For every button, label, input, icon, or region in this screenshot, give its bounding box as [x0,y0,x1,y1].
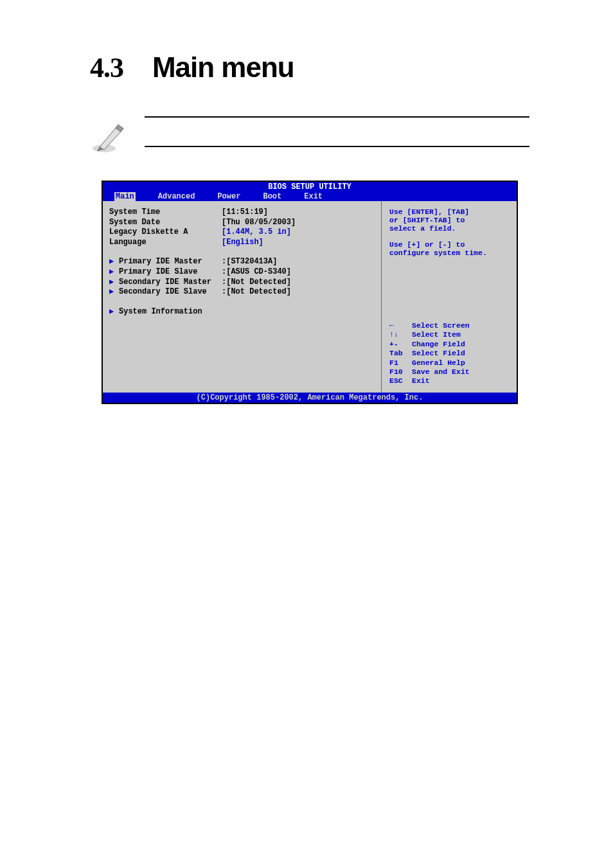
nav-label: General Help [412,359,465,368]
label-primary-ide-slave: Primary IDE Slave [119,267,222,278]
nav-label: Select Screen [412,321,470,330]
bios-title: BIOS SETUP UTILITY [103,182,517,192]
nav-select-screen: ← Select Screen [389,321,510,330]
section-heading: 4.3 Main menu [90,51,529,84]
setting-system-time[interactable]: System Time [11:51:19] [109,208,375,218]
setting-system-information[interactable]: ▶ System Information [109,307,375,317]
bios-screenshot: BIOS SETUP UTILITY Main Advanced Power B… [102,181,518,404]
nav-key: Tab [389,349,412,358]
nav-key: F10 [389,368,412,376]
menu-advanced[interactable]: Advanced [158,192,195,201]
value-legacy-diskette: [1.44M, 3.5 in] [222,227,291,238]
nav-general-help: F1 General Help [389,359,510,368]
submenu-arrow-icon: ▶ [109,267,119,278]
label-secondary-ide-slave: Secondary IDE Slave [119,287,222,297]
note-row [90,116,529,155]
setting-primary-ide-slave[interactable]: ▶ Primary IDE Slave :[ASUS CD-S340] [109,267,375,278]
left-arrow-icon: ← [389,321,412,330]
bios-body: System Time [11:51:19] System Date [Thu … [103,201,517,393]
nav-key: F1 [389,359,412,368]
value-system-date: [Thu 08/05/2003] [222,218,296,228]
setting-language[interactable]: Language [English] [109,238,375,248]
setting-secondary-ide-master[interactable]: ▶ Secondary IDE Master :[Not Detected] [109,278,375,288]
setting-legacy-diskette[interactable]: Legacy Diskette A [1.44M, 3.5 in] [109,227,375,238]
nav-key: ESC [389,376,412,385]
nav-label: Exit [412,376,430,385]
value-language: [English] [222,238,263,248]
menu-main[interactable]: Main [114,192,136,201]
label-language: Language [109,238,222,248]
nav-label: Save and Exit [412,368,470,376]
nav-select-field: Tab Select Field [389,349,510,358]
value-secondary-ide-slave: :[Not Detected] [222,287,291,297]
label-system-time: System Time [109,208,222,218]
label-secondary-ide-master: Secondary IDE Master [119,278,222,288]
label-system-date: System Date [109,218,222,228]
nav-key: +- [389,340,412,349]
help-line: Use [ENTER], [TAB] [389,208,510,216]
updown-arrow-icon: ↑↓ [389,330,412,339]
value-secondary-ide-master: :[Not Detected] [222,278,291,288]
setting-primary-ide-master[interactable]: ▶ Primary IDE Master :[ST320413A] [109,257,375,267]
submenu-arrow-icon: ▶ [109,287,119,297]
section-title: Main menu [152,51,294,83]
bios-menu-bar: Main Advanced Power Boot Exit [103,192,517,201]
help-line: select a field. [389,224,510,233]
help-line: or [SHIFT-TAB] to [389,216,510,224]
value-primary-ide-master: :[ST320413A] [222,257,277,267]
nav-save-exit: F10 Save and Exit [389,368,510,376]
menu-boot[interactable]: Boot [263,192,281,201]
nav-exit: ESC Exit [389,376,510,385]
setting-secondary-ide-slave[interactable]: ▶ Secondary IDE Slave :[Not Detected] [109,287,375,297]
nav-label: Change Field [412,340,465,349]
nav-help-block: ← Select Screen ↑↓ Select Item +- Change… [389,321,510,386]
value-primary-ide-slave: :[ASUS CD-S340] [222,267,291,278]
label-legacy-diskette: Legacy Diskette A [109,227,222,238]
bios-copyright: (C)Copyright 1985-2002, American Megatre… [103,393,517,403]
nav-label: Select Field [412,349,465,358]
menu-power[interactable]: Power [217,192,240,201]
label-primary-ide-master: Primary IDE Master [119,257,222,267]
menu-exit[interactable]: Exit [304,192,323,201]
value-system-time: [11:51:19] [222,208,268,218]
setting-system-date[interactable]: System Date [Thu 08/05/2003] [109,218,375,228]
submenu-arrow-icon: ▶ [109,307,119,317]
note-lines [145,116,529,147]
help-line: configure system time. [389,249,510,257]
submenu-arrow-icon: ▶ [109,257,119,267]
help-line: Use [+] or [-] to [389,240,510,249]
nav-label: Select Item [412,330,461,339]
label-system-information: System Information [119,307,231,317]
pen-icon [90,116,129,155]
nav-select-item: ↑↓ Select Item [389,330,510,339]
section-number: 4.3 [90,52,123,84]
submenu-arrow-icon: ▶ [109,278,119,288]
nav-change-field: +- Change Field [389,340,510,349]
